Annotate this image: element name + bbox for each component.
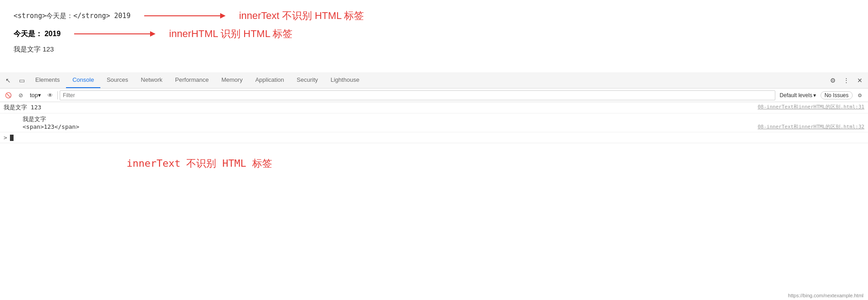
tab-elements[interactable]: Elements bbox=[29, 72, 66, 88]
context-label: top bbox=[30, 92, 38, 98]
context-dropdown-icon: ▾ bbox=[38, 92, 41, 98]
gear-icon bbox=[830, 77, 836, 84]
page-line2: 今天是： 2019 innerHTML 识别 HTML 标签 bbox=[14, 27, 854, 41]
default-levels-dropdown[interactable]: Default levels ▾ bbox=[777, 91, 819, 99]
device-icon: ▭ bbox=[19, 77, 25, 84]
cursor-icon: ↖ bbox=[5, 77, 11, 84]
console-expanded: 我是文字 <span>123</span> 08-innerText和inner… bbox=[0, 113, 868, 132]
page-line3: 我是文字 123 bbox=[14, 45, 854, 54]
more-options-button[interactable] bbox=[840, 74, 853, 87]
device-toggle-button[interactable]: ▭ bbox=[15, 74, 28, 87]
levels-dropdown-icon: ▾ bbox=[813, 92, 816, 98]
devtools-right-icons bbox=[826, 74, 866, 87]
default-levels-label: Default levels bbox=[780, 92, 812, 98]
bottom-section: innerText 不识别 HTML 标签 bbox=[0, 143, 868, 179]
console-output: 我是文字 123 08-innerText和innerHTML的区别.html:… bbox=[0, 102, 868, 192]
filter-icon: ⊘ bbox=[19, 92, 23, 98]
filter-toggle-button[interactable]: ⊘ bbox=[15, 90, 26, 101]
arrow-1 bbox=[144, 12, 226, 19]
tabs-container: Elements Console Sources Network Perform… bbox=[29, 72, 826, 88]
console-row-2-link[interactable]: 08-innerText和innerHTML的区别.html:32 bbox=[758, 123, 864, 130]
no-issues-button[interactable]: No Issues bbox=[821, 91, 853, 99]
bottom-red-text: innerText 不识别 HTML 标签 bbox=[127, 158, 272, 169]
close-icon bbox=[857, 77, 863, 84]
tab-console[interactable]: Console bbox=[66, 72, 100, 88]
bold-text: 今天是： 2019 bbox=[14, 29, 61, 39]
tab-application[interactable]: Application bbox=[249, 72, 291, 88]
eye-icon: 👁 bbox=[47, 92, 53, 98]
context-selector[interactable]: top ▾ bbox=[28, 91, 43, 99]
expanded-line-1: 我是文字 bbox=[23, 115, 864, 123]
tab-lighthouse[interactable]: Lighthouse bbox=[324, 72, 366, 88]
console-row-1: 我是文字 123 08-innerText和innerHTML的区别.html:… bbox=[0, 102, 868, 113]
console-settings-button[interactable] bbox=[854, 90, 865, 101]
console-toolbar: 🚫 ⊘ top ▾ 👁 Default levels ▾ No Issues bbox=[0, 89, 868, 102]
expanded-line-2: <span>123</span> 08-innerText和innerHTML的… bbox=[23, 123, 864, 130]
innertext-label: innerText 不识别 HTML 标签 bbox=[239, 9, 364, 23]
prompt-symbol: > bbox=[4, 134, 7, 141]
console-prompt[interactable]: > bbox=[0, 132, 868, 143]
console-row-1-link[interactable]: 08-innerText和innerHTML的区别.html:31 bbox=[749, 103, 864, 110]
close-devtools-button[interactable] bbox=[854, 74, 866, 87]
tab-security[interactable]: Security bbox=[290, 72, 324, 88]
arrow-2 bbox=[74, 30, 156, 38]
code-text: <strong>今天是：</strong> 2019 bbox=[14, 12, 131, 20]
tab-sources[interactable]: Sources bbox=[100, 72, 135, 88]
cog-sm-icon bbox=[858, 92, 862, 98]
console-row-1-text: 我是文字 123 bbox=[4, 103, 749, 112]
page-content: <strong>今天是：</strong> 2019 innerText 不识别… bbox=[0, 0, 868, 72]
expanded-text-2: <span>123</span> bbox=[23, 123, 79, 130]
filter-input[interactable] bbox=[60, 90, 775, 100]
prompt-cursor bbox=[10, 135, 14, 141]
expanded-text-1: 我是文字 bbox=[23, 115, 46, 123]
tab-network[interactable]: Network bbox=[135, 72, 169, 88]
inspect-element-button[interactable]: ↖ bbox=[2, 74, 14, 87]
tab-performance[interactable]: Performance bbox=[169, 72, 215, 88]
eye-button[interactable]: 👁 bbox=[45, 90, 56, 101]
clear-console-button[interactable]: 🚫 bbox=[3, 90, 14, 101]
settings-button[interactable] bbox=[826, 74, 839, 87]
clear-icon: 🚫 bbox=[5, 92, 12, 98]
no-issues-label: No Issues bbox=[825, 92, 849, 98]
tab-memory[interactable]: Memory bbox=[215, 72, 249, 88]
page-line1: <strong>今天是：</strong> 2019 innerText 不识别… bbox=[14, 9, 854, 23]
devtools-panel: ↖ ▭ Elements Console Sources Network Per… bbox=[0, 72, 868, 192]
devtools-tabs-bar: ↖ ▭ Elements Console Sources Network Per… bbox=[0, 72, 868, 89]
innerhtml-label: innerHTML 识别 HTML 标签 bbox=[169, 27, 292, 41]
dots-icon bbox=[843, 77, 849, 84]
separator bbox=[57, 91, 58, 99]
